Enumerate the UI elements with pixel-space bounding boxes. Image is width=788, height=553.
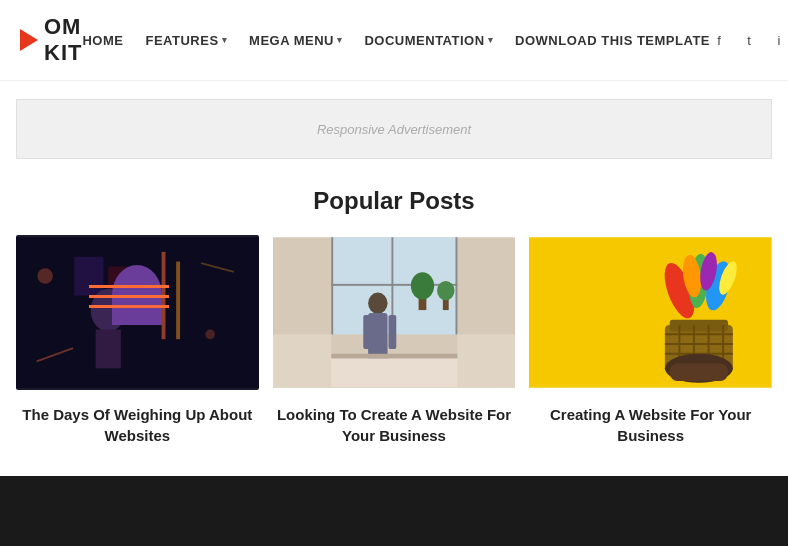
- nav-home[interactable]: HOME: [82, 33, 123, 48]
- post-image-office: [273, 235, 516, 390]
- nav-mega-menu[interactable]: MEGA MENU ▾: [249, 33, 342, 48]
- nav-home-label: HOME: [82, 33, 123, 48]
- post-image-2: [273, 235, 516, 390]
- ad-banner: Responsive Advertisement: [16, 99, 772, 159]
- nav-download[interactable]: DOWNLOAD THIS TEMPLATE: [515, 33, 710, 48]
- header: OM KIT HOME FEATURES ▾ MEGA MENU ▾ DOCUM…: [0, 0, 788, 81]
- main-nav: HOME FEATURES ▾ MEGA MENU ▾ DOCUMENTATIO…: [82, 33, 710, 48]
- nav-mega-menu-label: MEGA MENU: [249, 33, 334, 48]
- ad-label: Responsive Advertisement: [317, 122, 471, 137]
- chevron-down-icon: ▾: [337, 35, 343, 45]
- post-card-1[interactable]: The Days Of Weighing Up About Websites: [16, 235, 259, 446]
- post-title-2: Looking To Create A Website For Your Bus…: [273, 404, 516, 446]
- chevron-down-icon: ▾: [488, 35, 494, 45]
- svg-point-8: [37, 268, 53, 284]
- twitter-icon[interactable]: t: [740, 31, 758, 49]
- post-image-3: [529, 235, 772, 390]
- post-image-yellow: [529, 235, 772, 390]
- svg-point-19: [411, 272, 434, 299]
- svg-rect-31: [529, 237, 772, 387]
- svg-rect-48: [670, 363, 728, 380]
- popular-posts-section: Popular Posts: [0, 177, 788, 476]
- instagram-icon[interactable]: i: [770, 31, 788, 49]
- post-title-3: Creating A Website For Your Business: [529, 404, 772, 446]
- popular-posts-title: Popular Posts: [16, 187, 772, 215]
- chevron-down-icon: ▾: [222, 35, 228, 45]
- post-title-1: The Days Of Weighing Up About Websites: [16, 404, 259, 446]
- posts-grid: The Days Of Weighing Up About Websites: [16, 235, 772, 446]
- footer-dark: [0, 476, 788, 546]
- svg-rect-24: [363, 315, 371, 349]
- nav-features-label: FEATURES: [145, 33, 218, 48]
- svg-point-22: [368, 293, 387, 314]
- svg-rect-25: [388, 315, 396, 349]
- logo-text: OM KIT: [44, 14, 82, 66]
- svg-rect-7: [16, 237, 259, 387]
- svg-point-21: [437, 281, 454, 300]
- nav-documentation-label: DOCUMENTATION: [364, 33, 484, 48]
- nav-features[interactable]: FEATURES ▾: [145, 33, 227, 48]
- post-card-2[interactable]: Looking To Create A Website For Your Bus…: [273, 235, 516, 446]
- svg-rect-30: [457, 334, 515, 387]
- post-card-3[interactable]: Creating A Website For Your Business: [529, 235, 772, 446]
- post-image-dark: [16, 235, 259, 390]
- logo[interactable]: OM KIT: [20, 14, 82, 66]
- post-image-1: [16, 235, 259, 390]
- nav-download-label: DOWNLOAD THIS TEMPLATE: [515, 33, 710, 48]
- svg-rect-29: [273, 334, 331, 387]
- facebook-icon[interactable]: f: [710, 31, 728, 49]
- logo-play-icon: [20, 29, 38, 51]
- nav-documentation[interactable]: DOCUMENTATION ▾: [364, 33, 493, 48]
- svg-point-9: [205, 329, 215, 339]
- social-links: f t i p: [710, 31, 788, 49]
